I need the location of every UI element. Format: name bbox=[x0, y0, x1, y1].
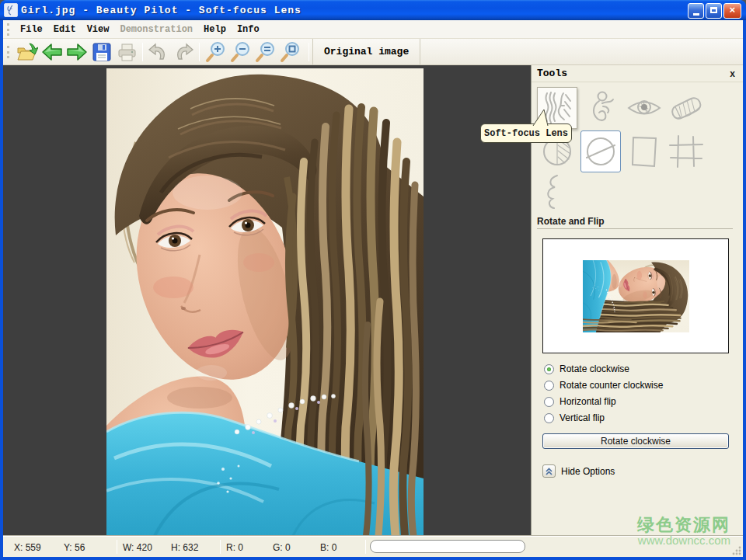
radio-label: Rotate counter clockwise bbox=[560, 380, 663, 391]
status-r: R: 0 bbox=[226, 542, 243, 553]
rectangle-icon bbox=[629, 134, 660, 169]
maximize-button[interactable] bbox=[706, 3, 722, 19]
zoom-in-button[interactable] bbox=[203, 41, 228, 63]
eraser-icon bbox=[668, 90, 705, 126]
tool-eye[interactable] bbox=[624, 87, 664, 129]
menu-help[interactable]: Help bbox=[198, 22, 232, 37]
image-canvas[interactable] bbox=[3, 65, 531, 536]
menu-view[interactable]: View bbox=[82, 22, 115, 37]
redo-button[interactable] bbox=[171, 41, 196, 63]
status-y: Y: 56 bbox=[64, 542, 85, 553]
toolbar-separator bbox=[309, 43, 309, 61]
radio-label: Rotate clockwise bbox=[560, 363, 629, 374]
zoom-out-icon bbox=[229, 41, 251, 63]
radio-rotate-counter-clockwise[interactable]: Rotate counter clockwise bbox=[544, 379, 663, 391]
tool-circle-line[interactable] bbox=[580, 130, 621, 172]
hide-options-control[interactable]: Hide Options bbox=[542, 464, 615, 478]
view-mode-tab[interactable]: Original image bbox=[312, 39, 420, 65]
back-arrow-icon bbox=[41, 43, 63, 61]
toolbar-separator bbox=[199, 43, 200, 61]
save-button[interactable] bbox=[89, 41, 114, 63]
status-g: G: 0 bbox=[273, 542, 291, 553]
tool-eraser[interactable] bbox=[666, 87, 706, 129]
rotate-preview-box bbox=[542, 238, 729, 353]
next-image-button[interactable] bbox=[64, 41, 89, 63]
radio-circle[interactable] bbox=[544, 381, 554, 391]
zoom-actual-button[interactable] bbox=[253, 41, 277, 63]
circle-line-icon bbox=[584, 134, 618, 169]
app-icon bbox=[4, 3, 18, 17]
rotate-flip-header: Rotate and Flip bbox=[537, 216, 733, 229]
radio-rotate-clockwise[interactable]: Rotate clockwise bbox=[544, 363, 629, 375]
tooltip-tail bbox=[528, 109, 552, 126]
rotate-apply-button[interactable]: Rotate clockwise bbox=[542, 433, 729, 449]
tools-panel-title: Tools bbox=[537, 68, 567, 79]
squiggle-icon bbox=[542, 173, 568, 210]
radio-circle[interactable] bbox=[544, 397, 554, 407]
tool-figure[interactable] bbox=[580, 87, 621, 129]
figure-icon bbox=[584, 89, 618, 127]
window-title: Girl.jpg - Beauty Pilot - Soft-focus Len… bbox=[21, 5, 302, 16]
resize-grip[interactable] bbox=[730, 544, 741, 555]
panel-close-icon[interactable]: x bbox=[728, 68, 737, 79]
minimize-button[interactable] bbox=[688, 3, 704, 19]
menu-edit[interactable]: Edit bbox=[48, 22, 82, 37]
menu-info[interactable]: Info bbox=[232, 22, 265, 37]
forward-arrow-icon bbox=[66, 43, 88, 61]
menu-grip[interactable] bbox=[7, 23, 9, 36]
printer-icon bbox=[116, 42, 138, 62]
progress-bar bbox=[370, 540, 525, 553]
redo-icon bbox=[173, 43, 193, 61]
radio-circle[interactable] bbox=[544, 413, 554, 423]
radio-circle[interactable] bbox=[544, 364, 554, 374]
zoom-in-icon bbox=[204, 41, 226, 63]
status-x: X: 559 bbox=[14, 542, 41, 553]
toolbar: Original image bbox=[3, 39, 743, 65]
status-h: H: 632 bbox=[171, 542, 198, 553]
menu-demonstration[interactable]: Demonstration bbox=[114, 22, 198, 37]
open-button[interactable] bbox=[15, 41, 40, 63]
status-separator bbox=[365, 540, 366, 554]
tool-grid[interactable] bbox=[666, 130, 706, 172]
eye-icon bbox=[626, 92, 662, 124]
zoom-out-button[interactable] bbox=[228, 41, 253, 63]
status-bar: X: 559 Y: 56 W: 420 H: 632 R: 0 G: 0 B: … bbox=[3, 536, 743, 557]
title-bar[interactable]: Girl.jpg - Beauty Pilot - Soft-focus Len… bbox=[0, 0, 746, 20]
tools-panel-header: Tools x bbox=[532, 65, 743, 82]
tool-rectangle[interactable] bbox=[624, 130, 664, 172]
zoom-fit-icon bbox=[279, 41, 301, 63]
close-button[interactable]: × bbox=[723, 3, 741, 19]
zoom-actual-icon bbox=[254, 41, 276, 63]
menu-file[interactable]: File bbox=[15, 22, 48, 37]
tooltip-soft-focus-lens: Soft-focus Lens bbox=[480, 123, 572, 143]
hide-options-label: Hide Options bbox=[561, 466, 615, 477]
zoom-fit-button[interactable] bbox=[277, 41, 302, 63]
status-b: B: 0 bbox=[320, 542, 336, 553]
watermark-url: www.downcc.com bbox=[637, 534, 730, 548]
radio-label: Vertical flip bbox=[560, 412, 605, 423]
status-w: W: 420 bbox=[123, 542, 152, 553]
collapse-chevrons-icon[interactable] bbox=[542, 464, 556, 478]
tool-squiggle[interactable] bbox=[537, 172, 573, 211]
toolbar-separator bbox=[142, 43, 143, 61]
watermark-site-name: 绿色资源网 bbox=[637, 516, 730, 534]
undo-icon bbox=[148, 43, 169, 61]
radio-vertical-flip[interactable]: Vertical flip bbox=[544, 412, 605, 424]
grid-icon bbox=[668, 134, 705, 169]
toolbar-grip[interactable] bbox=[7, 46, 9, 58]
previous-image-button[interactable] bbox=[40, 41, 64, 63]
radio-horizontal-flip[interactable]: Horizontal flip bbox=[544, 395, 616, 408]
undo-button[interactable] bbox=[146, 41, 171, 63]
photo-girl[interactable] bbox=[106, 68, 424, 536]
rotate-preview-thumbnail bbox=[583, 260, 689, 332]
status-separator bbox=[117, 540, 117, 554]
menu-bar: File Edit View Demonstration Help Info bbox=[3, 20, 743, 39]
save-floppy-icon bbox=[92, 42, 112, 62]
open-folder-icon bbox=[16, 42, 38, 62]
app-window: Girl.jpg - Beauty Pilot - Soft-focus Len… bbox=[0, 0, 746, 560]
watermark: 绿色资源网 www.downcc.com bbox=[637, 516, 730, 548]
status-separator bbox=[220, 540, 221, 554]
print-button[interactable] bbox=[114, 41, 139, 63]
radio-label: Horizontal flip bbox=[560, 396, 616, 407]
